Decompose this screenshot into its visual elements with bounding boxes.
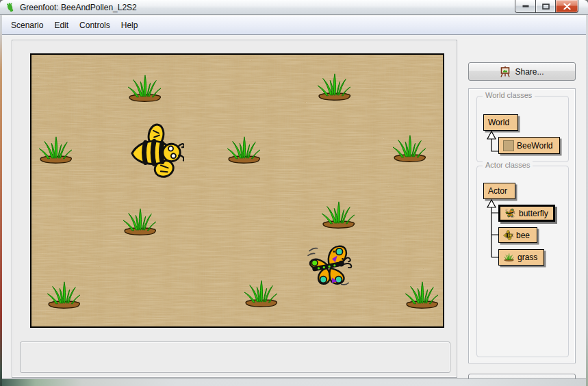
class-world[interactable]: World (483, 114, 518, 131)
class-beeworld[interactable]: BeeWorld (498, 137, 560, 154)
menu-help[interactable]: Help (116, 18, 144, 33)
burlap-texture (31, 55, 443, 326)
class-actor[interactable]: Actor (483, 183, 515, 199)
window-border-left (0, 0, 2, 386)
menu-controls[interactable]: Controls (74, 18, 116, 33)
menu-edit[interactable]: Edit (49, 18, 74, 33)
maximize-button[interactable] (535, 0, 556, 13)
share-label: Share... (515, 67, 544, 77)
menu-scenario[interactable]: Scenario (5, 18, 49, 33)
grass-icon (503, 253, 515, 262)
actor-grass[interactable] (402, 279, 442, 313)
execution-controls: Act Run Reset (20, 342, 450, 373)
greenfoot-window: Greenfoot: BeeAndPollen_L2S2 Scenario Ed… (0, 0, 588, 386)
world-canvas[interactable] (31, 55, 443, 326)
class-browser: World classes World BeeWorld Actor class… (468, 88, 576, 363)
actor-grass[interactable] (314, 71, 354, 105)
beeworld-thumbnail-icon (503, 140, 514, 151)
scenario-panel: Act Run Reset (12, 40, 457, 378)
menubar: Scenario Edit Controls Help (2, 16, 586, 35)
actor-classes-group: Actor classes Actor butterfly (476, 166, 569, 357)
share-button[interactable]: Share... (468, 62, 576, 81)
butterfly-icon (504, 208, 516, 218)
actor-grass[interactable] (120, 206, 159, 240)
actor-grass[interactable] (389, 133, 429, 167)
class-bee[interactable]: bee (498, 227, 537, 243)
greenfoot-footprint-icon (5, 2, 16, 12)
actor-bee[interactable] (129, 123, 184, 183)
share-easel-icon (500, 66, 511, 77)
client-area: Act Run Reset (2, 35, 586, 378)
world-frame (30, 53, 444, 328)
class-grass[interactable]: grass (498, 249, 544, 266)
world-classes-group: World classes World BeeWorld (476, 96, 569, 162)
close-icon (563, 3, 571, 10)
actor-grass[interactable] (241, 278, 281, 312)
actor-grass[interactable] (318, 199, 358, 233)
actor-grass[interactable] (36, 134, 75, 168)
minimize-icon (522, 5, 529, 8)
actor-grass[interactable] (44, 279, 84, 313)
titlebar[interactable]: Greenfoot: BeeAndPollen_L2S2 (0, 0, 588, 15)
minimize-button[interactable] (515, 0, 535, 13)
actor-classes-legend: Actor classes (483, 161, 533, 169)
world-classes-legend: World classes (483, 91, 535, 99)
actor-butterfly[interactable] (304, 243, 357, 292)
window-border-bottom (0, 378, 588, 386)
maximize-icon (542, 3, 550, 10)
bee-icon (503, 230, 513, 240)
actor-grass[interactable] (224, 134, 264, 168)
close-button[interactable] (556, 0, 578, 13)
window-title: Greenfoot: BeeAndPollen_L2S2 (20, 3, 137, 12)
class-butterfly[interactable]: butterfly (498, 205, 555, 222)
actor-grass[interactable] (125, 73, 164, 107)
